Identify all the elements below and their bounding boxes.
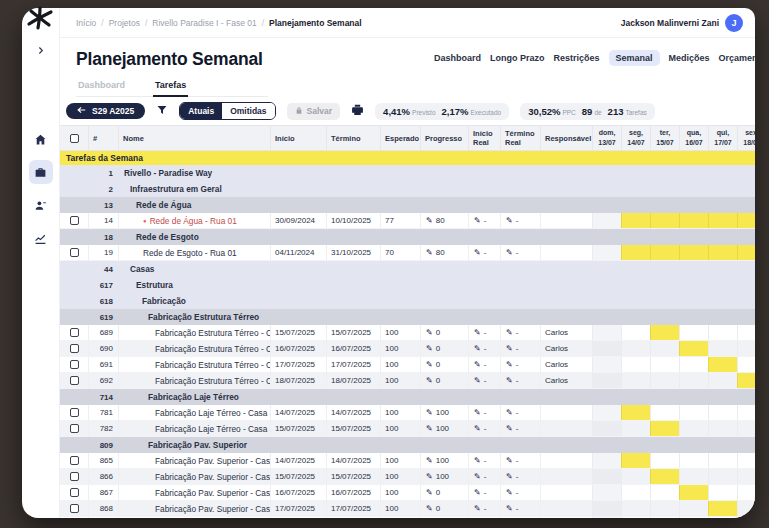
row-checkbox[interactable] xyxy=(70,376,79,385)
task-name-cell[interactable]: Estrutura xyxy=(118,277,755,293)
task-name-cell[interactable]: Fabricação xyxy=(118,293,755,309)
actual-start-cell[interactable]: ✎- xyxy=(468,421,500,436)
task-name-cell[interactable]: Casas xyxy=(118,261,755,277)
group-row[interactable]: 618Fabricação xyxy=(60,293,755,309)
tab-orçamentos[interactable]: Orçamentos xyxy=(719,50,755,66)
group-row[interactable]: 1Rivello - Paradise Way xyxy=(60,165,755,181)
group-row[interactable]: 18Rede de Esgoto xyxy=(60,229,755,245)
group-row[interactable]: 617Estrutura xyxy=(60,277,755,293)
group-row[interactable]: 44Casas xyxy=(60,261,755,277)
actual-end-cell[interactable]: ✎- xyxy=(500,405,540,420)
group-row[interactable]: 619Fabricação Estrutura Térreo xyxy=(60,309,755,325)
progress-cell[interactable]: ✎80 xyxy=(420,245,468,260)
actual-end-cell[interactable]: ✎- xyxy=(500,357,540,372)
filter-icon[interactable] xyxy=(156,102,168,120)
actual-start-cell[interactable] xyxy=(468,517,500,518)
actual-end-cell[interactable]: ✎- xyxy=(500,485,540,500)
row-checkbox[interactable] xyxy=(70,344,79,353)
actual-end-cell[interactable]: ✎- xyxy=(500,453,540,468)
task-name: Rede de Esgoto xyxy=(136,232,199,242)
row-checkbox[interactable] xyxy=(70,248,79,257)
sidebar-item-team[interactable] xyxy=(29,193,53,217)
tab-restrições[interactable]: Restrições xyxy=(554,50,600,66)
row-checkbox[interactable] xyxy=(70,360,79,369)
group-row[interactable]: 714Fabricação Laje Térreo xyxy=(60,389,755,405)
row-checkbox[interactable] xyxy=(70,488,79,497)
actual-start-cell[interactable]: ✎- xyxy=(468,501,500,516)
progress-cell[interactable]: ✎100 xyxy=(420,469,468,484)
actual-start-cell[interactable]: ✎- xyxy=(468,213,500,228)
breadcrumb-item[interactable]: Rivello Paradise I - Fase 01 xyxy=(152,18,256,28)
actual-start-cell[interactable]: ✎- xyxy=(468,245,500,260)
task-name-cell[interactable]: Rede de Água xyxy=(118,197,755,213)
group-row[interactable]: 809Fabricação Pav. Superior xyxy=(60,437,755,453)
column-header: # xyxy=(88,126,118,150)
avatar[interactable]: J xyxy=(725,14,743,32)
progress-cell[interactable]: ✎0 xyxy=(420,341,468,356)
week-selector-button[interactable]: S29 A2025 xyxy=(66,103,145,119)
actual-start-cell[interactable]: ✎- xyxy=(468,453,500,468)
print-icon[interactable] xyxy=(351,102,364,120)
progress-cell[interactable]: ✎0 xyxy=(420,357,468,372)
day-column-header: qui,17/07 xyxy=(708,126,737,150)
actual-end-cell[interactable]: ✎- xyxy=(500,501,540,516)
sidebar-item-reports[interactable] xyxy=(29,226,53,250)
actual-start-cell[interactable]: ✎- xyxy=(468,357,500,372)
actual-start-cell[interactable]: ✎- xyxy=(468,485,500,500)
progress-cell[interactable]: ✎0 xyxy=(420,501,468,516)
sidebar-item-projects[interactable] xyxy=(29,160,53,184)
actual-end-cell[interactable]: ✎- xyxy=(500,245,540,260)
toggle-omitidas[interactable]: Omitidas xyxy=(222,103,274,119)
row-checkbox[interactable] xyxy=(70,216,79,225)
row-checkbox[interactable] xyxy=(70,456,79,465)
tab-medições[interactable]: Medições xyxy=(669,50,710,66)
user-menu[interactable]: Jackson Malinverni Zani J xyxy=(621,14,743,32)
task-name-cell[interactable]: Fabricação Laje Térreo xyxy=(118,389,755,405)
tab-semanal[interactable]: Semanal xyxy=(609,50,660,66)
group-row[interactable]: 13Rede de Água xyxy=(60,197,755,213)
toggle-atuais[interactable]: Atuais xyxy=(180,103,222,119)
subtab-tarefas[interactable]: Tarefas xyxy=(153,76,188,97)
progress-cell[interactable]: ✎0 xyxy=(420,485,468,500)
task-name-cell[interactable]: Rede de Esgoto xyxy=(118,229,755,245)
task-name-cell[interactable]: Fabricação Estrutura Térreo xyxy=(118,309,755,325)
progress-cell[interactable]: ✎0 xyxy=(420,373,468,388)
progress-cell[interactable]: ✎100 xyxy=(420,405,468,420)
row-number: 868 xyxy=(88,501,118,516)
task-name-cell[interactable]: Fabricação Pav. Superior xyxy=(118,437,755,453)
actual-start-cell[interactable]: ✎- xyxy=(468,325,500,340)
row-checkbox[interactable] xyxy=(70,424,79,433)
group-row[interactable]: 2Infraestrutura em Geral xyxy=(60,181,755,197)
actual-start-cell[interactable]: ✎- xyxy=(468,341,500,356)
row-checkbox[interactable] xyxy=(70,472,79,481)
row-checkbox[interactable] xyxy=(70,504,79,513)
actual-end-cell[interactable]: ✎- xyxy=(500,373,540,388)
subtab-dashboard[interactable]: Dashboard xyxy=(76,76,127,96)
actual-start-cell[interactable]: ✎- xyxy=(468,469,500,484)
progress-cell[interactable] xyxy=(420,517,468,518)
actual-end-cell[interactable] xyxy=(500,517,540,518)
tab-dashboard[interactable]: Dashboard xyxy=(434,50,481,66)
sidebar-expand-chevron-icon[interactable] xyxy=(29,38,53,62)
actual-end-cell[interactable]: ✎- xyxy=(500,213,540,228)
actual-end-cell[interactable]: ✎- xyxy=(500,421,540,436)
task-name-cell[interactable]: Infraestrutura em Geral xyxy=(118,181,755,197)
row-checkbox[interactable] xyxy=(70,328,79,337)
progress-cell[interactable]: ✎0 xyxy=(420,325,468,340)
progress-cell[interactable]: ✎100 xyxy=(420,421,468,436)
progress-cell[interactable]: ✎80 xyxy=(420,213,468,228)
actual-start-cell[interactable]: ✎- xyxy=(468,405,500,420)
select-all-checkbox[interactable] xyxy=(70,134,79,143)
actual-start-cell[interactable]: ✎- xyxy=(468,373,500,388)
actual-end-cell[interactable]: ✎- xyxy=(500,341,540,356)
save-button[interactable]: Salvar xyxy=(287,103,341,120)
actual-end-cell[interactable]: ✎- xyxy=(500,325,540,340)
task-name-cell[interactable]: Rivello - Paradise Way xyxy=(118,165,755,181)
row-checkbox[interactable] xyxy=(70,408,79,417)
actual-end-cell[interactable]: ✎- xyxy=(500,469,540,484)
sidebar-item-home[interactable] xyxy=(29,127,53,151)
breadcrumb-item[interactable]: Projetos xyxy=(109,18,140,28)
breadcrumb-item[interactable]: Início xyxy=(76,18,96,28)
progress-cell[interactable]: ✎100 xyxy=(420,453,468,468)
tab-longo-prazo[interactable]: Longo Prazo xyxy=(490,50,545,66)
